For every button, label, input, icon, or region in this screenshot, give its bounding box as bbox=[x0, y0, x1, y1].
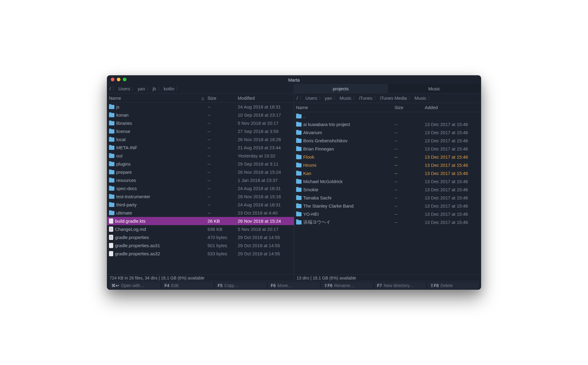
folder-row[interactable]: js--24 Aug 2018 at 18:31 bbox=[107, 103, 294, 111]
folder-row[interactable]: .. bbox=[294, 112, 481, 120]
minimize-icon[interactable] bbox=[117, 78, 120, 81]
folder-icon bbox=[296, 188, 302, 192]
folder-row[interactable]: prepare--26 Nov 2018 at 15:24 bbox=[107, 168, 294, 176]
left-crumb[interactable]: yan bbox=[138, 86, 145, 91]
row-date-cell: 1 Jan 2018 at 23:37 bbox=[237, 178, 294, 183]
header-name[interactable]: Name bbox=[294, 105, 394, 110]
right-crumb[interactable]: yan bbox=[325, 95, 332, 101]
fkey-shortcut: ⌘↩ bbox=[111, 283, 119, 288]
folder-row[interactable]: Hiromi--13 Dec 2017 at 15:46 bbox=[294, 161, 481, 169]
fkey-f8[interactable]: ⇧F8Delete bbox=[428, 282, 479, 289]
right-crumb[interactable]: / bbox=[297, 95, 298, 101]
folder-row[interactable]: konan--10 Sep 2018 at 23:17 bbox=[107, 111, 294, 119]
fkey-bar: ⌘↩Open with…F4EditF5Copy…F6Move…⇧F6Renam… bbox=[107, 281, 481, 289]
folder-row[interactable]: license--27 Sep 2018 at 3:59 bbox=[107, 127, 294, 135]
folder-row[interactable]: Tainaka Sachi--13 Dec 2017 at 15:46 bbox=[294, 194, 481, 202]
tab-music[interactable]: Music bbox=[388, 84, 481, 93]
row-date-cell: 5 Nov 2018 at 20:17 bbox=[237, 121, 294, 126]
folder-row[interactable]: plugins--29 Sep 2018 at 3:11 bbox=[107, 160, 294, 168]
row-name-label: out bbox=[116, 153, 123, 158]
folder-row[interactable]: libraries--5 Nov 2018 at 20:17 bbox=[107, 119, 294, 127]
row-size-cell: -- bbox=[206, 153, 237, 158]
file-icon bbox=[109, 251, 113, 256]
row-name-cell: local bbox=[107, 137, 206, 142]
row-size-cell: -- bbox=[206, 137, 237, 142]
left-crumb[interactable]: Users bbox=[118, 86, 130, 91]
file-row[interactable]: build.gradle.kts26 KB26 Nov 2018 at 15:2… bbox=[107, 217, 294, 225]
left-headers: Name △ Size Modified bbox=[107, 94, 294, 103]
row-name-label: konan bbox=[116, 112, 129, 118]
row-name-cell: spec-docs bbox=[107, 186, 206, 191]
right-crumb[interactable]: iTunes Media bbox=[380, 95, 407, 101]
folder-row[interactable]: third-party--24 Aug 2018 at 18:31 bbox=[107, 201, 294, 209]
left-crumb[interactable]: / bbox=[110, 86, 111, 91]
row-name-label: Smokie bbox=[303, 187, 318, 192]
folder-row[interactable]: Akvarium--13 Dec 2017 at 15:46 bbox=[294, 128, 481, 137]
right-pane: projectsMusic /〉Users〉yan〉Music〉iTunes〉i… bbox=[294, 84, 481, 274]
folder-row[interactable]: Flook--13 Dec 2017 at 15:46 bbox=[294, 153, 481, 161]
folder-icon bbox=[109, 121, 114, 125]
fkey-shortcut: F4 bbox=[165, 283, 169, 288]
folder-row[interactable]: Kan--13 Dec 2017 at 15:46 bbox=[294, 169, 481, 177]
fkey-f7[interactable]: F7New directory… bbox=[375, 282, 426, 289]
folder-row[interactable]: META-INF--21 Aug 2018 at 23:44 bbox=[107, 144, 294, 152]
header-name[interactable]: Name △ bbox=[107, 95, 206, 101]
left-crumb[interactable]: jb bbox=[153, 86, 156, 91]
right-status: 13 dirs | 16.1 GB (6%) available bbox=[294, 275, 481, 281]
header-added[interactable]: Added bbox=[423, 105, 481, 110]
file-row[interactable]: gradle.properties.as31501 bytes29 Oct 20… bbox=[107, 241, 294, 250]
folder-row[interactable]: Boris Grebenshchikov--13 Dec 2017 at 15:… bbox=[294, 137, 481, 145]
folder-row[interactable]: ai kuwabara trio project--13 Dec 2017 at… bbox=[294, 120, 481, 128]
folder-row[interactable]: ultimate--23 Oct 2018 at 4:40 bbox=[107, 209, 294, 217]
row-date-cell: 28 Nov 2018 at 15:16 bbox=[237, 194, 294, 199]
header-size[interactable]: Size bbox=[393, 105, 423, 110]
folder-row[interactable]: The Stanley Clarke Band--13 Dec 2017 at … bbox=[294, 202, 481, 210]
row-name-cell: plugins bbox=[107, 161, 206, 166]
file-row[interactable]: gradle.properties470 bytes29 Oct 2018 at… bbox=[107, 233, 294, 241]
row-name-label: libraries bbox=[116, 121, 132, 126]
folder-row[interactable]: YO-HEI--13 Dec 2017 at 15:46 bbox=[294, 210, 481, 218]
row-name-cell: third-party bbox=[107, 202, 206, 207]
folder-row[interactable]: resources--1 Jan 2018 at 23:37 bbox=[107, 176, 294, 184]
right-breadcrumb: /〉Users〉yan〉Music〉iTunes〉iTunes Media〉Mu… bbox=[294, 93, 481, 103]
folder-row[interactable]: Brian Finnegan--13 Dec 2017 at 15:46 bbox=[294, 145, 481, 153]
fkey-f5[interactable]: F5Copy… bbox=[215, 282, 267, 289]
right-crumb[interactable]: iTunes bbox=[359, 95, 372, 101]
chevron-right-icon: 〉 bbox=[408, 95, 413, 101]
folder-row[interactable]: 浜端ヨウヘイ--13 Dec 2017 at 15:46 bbox=[294, 218, 481, 226]
fkey-f6[interactable]: ⇧F6Rename… bbox=[321, 282, 373, 289]
row-date-cell: 5 Nov 2018 at 20:17 bbox=[237, 227, 294, 232]
right-crumb[interactable]: Music bbox=[340, 95, 351, 101]
row-name-cell: ai kuwabara trio project bbox=[294, 122, 394, 127]
folder-row[interactable]: spec-docs--24 Aug 2018 at 18:31 bbox=[107, 184, 294, 192]
row-name-cell: Hiromi bbox=[294, 163, 394, 168]
header-size[interactable]: Size bbox=[206, 95, 237, 101]
row-name-cell: Smokie bbox=[294, 187, 394, 192]
folder-icon bbox=[109, 162, 114, 166]
header-modified[interactable]: Modified bbox=[237, 95, 294, 101]
zoom-icon[interactable] bbox=[123, 78, 126, 81]
folder-row[interactable]: Smokie--13 Dec 2017 at 15:46 bbox=[294, 186, 481, 194]
file-icon bbox=[109, 243, 113, 248]
folder-row[interactable]: Michael McGoldrick--13 Dec 2017 at 15:46 bbox=[294, 177, 481, 186]
fkey-[interactable]: ⌘↩Open with… bbox=[109, 282, 160, 289]
file-row[interactable]: gradle.properties.as32533 bytes29 Oct 20… bbox=[107, 250, 294, 258]
folder-row[interactable]: test-instrumenter--28 Nov 2018 at 15:16 bbox=[107, 192, 294, 201]
close-icon[interactable] bbox=[111, 78, 114, 81]
fkey-label: Edit bbox=[171, 283, 178, 288]
fkey-f6[interactable]: F6Move… bbox=[268, 282, 320, 289]
row-name-label: Brian Finnegan bbox=[303, 146, 334, 151]
folder-row[interactable]: local--26 Nov 2018 at 18:26 bbox=[107, 135, 294, 144]
row-name-cell: out bbox=[107, 153, 206, 158]
right-crumb[interactable]: Users bbox=[305, 95, 317, 101]
left-crumb[interactable]: kotlin bbox=[164, 86, 174, 91]
row-name-cell: 浜端ヨウヘイ bbox=[294, 219, 394, 225]
row-name-cell: Brian Finnegan bbox=[294, 146, 394, 151]
file-row[interactable]: ChangeLog.md636 KB5 Nov 2018 at 20:17 bbox=[107, 225, 294, 233]
tab-projects[interactable]: projects bbox=[294, 84, 388, 93]
right-crumb[interactable]: Music bbox=[414, 95, 426, 101]
folder-row[interactable]: out--Yesterday at 19:32 bbox=[107, 152, 294, 160]
chevron-right-icon: 〉 bbox=[374, 95, 379, 101]
row-name-label: gradle.properties bbox=[115, 235, 149, 240]
fkey-f4[interactable]: F4Edit bbox=[162, 282, 213, 289]
